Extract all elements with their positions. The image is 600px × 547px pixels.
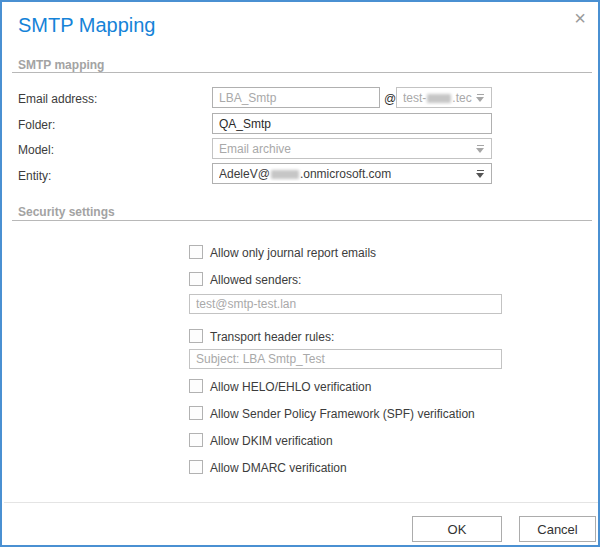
email-address-label: Email address: [18,92,97,106]
checkbox-label: Transport header rules: [210,330,334,344]
chevron-down-icon [476,147,485,153]
folder-label: Folder: [18,118,55,132]
email-address-input[interactable] [212,87,380,108]
folder-input[interactable] [212,113,492,134]
chevron-down-icon [476,172,485,178]
entity-value: AdeleV@.onmicrosoft.com [219,167,391,181]
redacted-text [427,94,451,103]
checkbox-spf[interactable] [189,406,203,420]
checkbox-journal-report[interactable] [189,245,203,259]
checkbox-label: Allow DMARC verification [210,461,347,475]
model-label: Model: [18,143,54,157]
entity-label: Entity: [18,169,51,183]
checkbox-label: Allow only journal report emails [210,246,376,260]
entity-dropdown[interactable]: AdeleV@.onmicrosoft.com [212,163,492,184]
chevron-down-icon [476,96,485,102]
ok-button[interactable]: OK [412,516,502,542]
checkbox-helo-ehlo[interactable] [189,379,203,393]
model-value: Email archive [219,142,291,156]
cancel-button[interactable]: Cancel [519,516,596,542]
checkbox-allowed-senders[interactable] [189,272,203,286]
model-dropdown: Email archive [212,138,492,159]
checkbox-dmarc[interactable] [189,460,203,474]
at-symbol: @ [384,92,396,106]
redacted-text [271,170,299,179]
checkbox-transport-header-rules[interactable] [189,329,203,343]
checkbox-label: Allow Sender Policy Framework (SPF) veri… [210,407,475,421]
email-domain-dropdown: test-.tec [396,87,492,108]
checkbox-label: Allowed senders: [210,273,301,287]
section-header-security: Security settings [18,205,115,219]
allowed-senders-input [189,294,502,314]
smtp-mapping-dialog: SMTP Mapping × SMTP mapping Email addres… [0,0,600,547]
dialog-title: SMTP Mapping [18,14,155,37]
section-divider [12,72,592,73]
transport-header-rules-input [189,349,502,369]
footer-divider [4,502,598,503]
close-icon[interactable]: × [574,8,586,28]
checkbox-dkim[interactable] [189,433,203,447]
email-domain-value: test-.tec [403,91,472,105]
section-header-smtp-mapping: SMTP mapping [18,58,104,72]
checkbox-label: Allow DKIM verification [210,434,333,448]
checkbox-label: Allow HELO/EHLO verification [210,380,371,394]
section-divider [12,220,592,221]
